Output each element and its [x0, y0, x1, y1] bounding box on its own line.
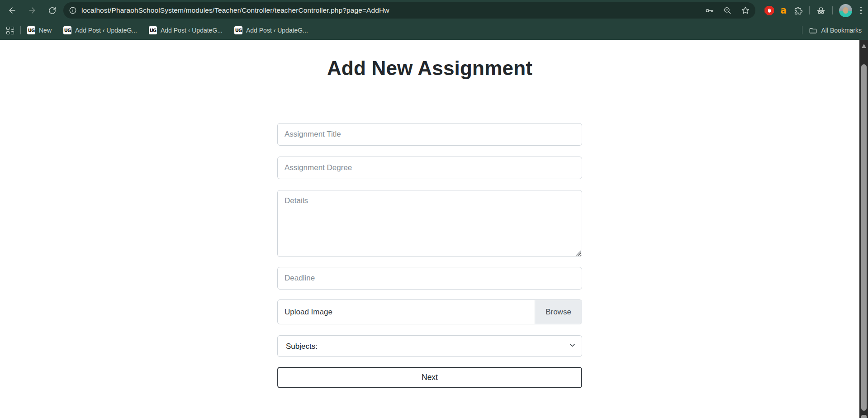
apps-grid-icon[interactable] — [6, 27, 14, 34]
scrollbar-up-arrow-icon[interactable] — [862, 44, 866, 48]
subjects-select[interactable]: Subjects: — [277, 335, 582, 357]
bookmarks-bar: UG New UG Add Post ‹ UpdateG... UG Add P… — [0, 21, 868, 40]
nav-buttons — [5, 4, 59, 17]
url-text[interactable]: localhost/PharaohSchoolSystem/modules/Te… — [81, 6, 389, 14]
zoom-out-icon[interactable] — [723, 6, 732, 15]
bookmark-star-icon[interactable] — [741, 6, 750, 15]
browser-menu-icon[interactable] — [859, 7, 864, 14]
toolbar-separator — [809, 6, 810, 14]
upload-image-file-input[interactable]: Upload Image Browse — [277, 299, 582, 324]
bookmarks-separator — [802, 26, 802, 34]
incognito-spy-icon[interactable] — [816, 5, 826, 15]
scrollbar-thumb[interactable] — [861, 64, 867, 411]
address-bar-actions — [705, 6, 750, 15]
site-info-icon[interactable] — [69, 6, 77, 14]
extensions-area: a — [764, 4, 863, 17]
deadline-input[interactable] — [277, 267, 582, 290]
assignment-title-input[interactable] — [277, 123, 582, 146]
assignment-degree-input[interactable] — [277, 157, 582, 179]
next-button[interactable]: Next — [277, 367, 582, 388]
bookmark-label: Add Post ‹ UpdateG... — [161, 27, 223, 34]
ug-favicon: UG — [27, 26, 35, 34]
bookmark-item[interactable]: UG Add Post ‹ UpdateG... — [63, 26, 137, 34]
address-bar[interactable]: localhost/PharaohSchoolSystem/modules/Te… — [63, 2, 755, 19]
bookmark-item[interactable]: UG New — [27, 26, 52, 34]
back-icon[interactable] — [5, 4, 19, 17]
bookmark-item[interactable]: UG Add Post ‹ UpdateG... — [149, 26, 223, 34]
bookmark-label: Add Post ‹ UpdateG... — [75, 27, 137, 34]
profile-avatar[interactable] — [839, 4, 852, 17]
avatar-image — [843, 7, 848, 14]
address-bar-left: localhost/PharaohSchoolSystem/modules/Te… — [69, 6, 699, 14]
bookmark-label: Add Post ‹ UpdateG... — [246, 27, 308, 34]
add-assignment-form: Add New Assignment Upload Image Browse S… — [277, 40, 582, 388]
password-key-icon[interactable] — [705, 6, 714, 15]
browser-toolbar: localhost/PharaohSchoolSystem/modules/Te… — [0, 0, 868, 21]
bookmarks-separator — [20, 26, 21, 34]
bookmark-item[interactable]: UG Add Post ‹ UpdateG... — [234, 26, 308, 34]
folder-icon — [809, 26, 817, 35]
reload-icon[interactable] — [45, 4, 59, 17]
adblock-extension-icon[interactable] — [764, 6, 774, 15]
ug-favicon: UG — [234, 26, 242, 34]
scrollbar-down-arrow-icon[interactable] — [861, 415, 867, 418]
all-bookmarks-label: All Bookmarks — [821, 27, 862, 34]
toolbar-separator — [832, 6, 833, 14]
amazon-extension-icon[interactable]: a — [780, 6, 787, 15]
details-textarea[interactable] — [277, 190, 582, 257]
page-title: Add New Assignment — [277, 57, 582, 80]
browse-button[interactable]: Browse — [535, 300, 582, 324]
ug-favicon: UG — [149, 26, 157, 34]
forward-icon[interactable] — [25, 4, 39, 17]
page-scrollbar[interactable] — [859, 40, 868, 418]
all-bookmarks-button[interactable]: All Bookmarks — [809, 26, 862, 35]
ug-favicon: UG — [63, 26, 71, 34]
page-viewport: Add New Assignment Upload Image Browse S… — [0, 40, 868, 418]
upload-image-label: Upload Image — [278, 300, 535, 324]
bookmark-label: New — [39, 27, 52, 34]
extensions-puzzle-icon[interactable] — [793, 6, 803, 15]
